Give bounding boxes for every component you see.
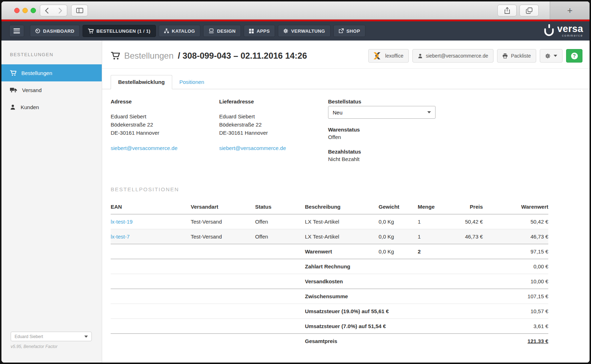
table-row: lx-test-7 Test-Versand Offen LX Test-Art… — [111, 229, 548, 244]
chevron-down-icon — [554, 55, 557, 57]
ean-link[interactable]: lx-test-7 — [111, 234, 130, 240]
user-icon — [10, 104, 16, 110]
printer-icon — [502, 53, 508, 59]
nav-apps[interactable]: APPS — [244, 25, 275, 37]
ean-link[interactable]: lx-test-19 — [111, 219, 133, 225]
page-title: Bestellungen / 308-099-043 – 02.11.2016 … — [111, 51, 307, 61]
tabs-icon — [526, 7, 533, 14]
shipping-address-label: Lieferadresse — [219, 98, 328, 105]
brand-subtitle: commerce — [562, 34, 583, 37]
col-status: Status — [255, 200, 305, 214]
col-versandart: Versandart — [191, 200, 255, 214]
summary-row-versandkosten: Versandkosten 10,00 € — [111, 274, 548, 289]
order-status-select[interactable]: Neu — [328, 106, 436, 119]
summary-row-gesamtpreis: Gesamtpreis 121.33 € — [111, 334, 548, 349]
breadcrumb: Bestellungen — [124, 51, 174, 61]
brand-name: versa — [557, 24, 583, 34]
address-city: DE-30161 Hannover — [111, 129, 219, 137]
chevron-right-icon — [58, 8, 62, 14]
shipping-street: Bödekerstraße 22 — [219, 121, 328, 129]
summary-row-zwischensumme: Zwischensumme 107,15 € — [111, 289, 548, 304]
address-street: Bödekerstraße 22 — [111, 121, 219, 129]
user-select[interactable]: Eduard Siebert — [11, 332, 92, 341]
customer-email-button[interactable]: siebert@versacommerce.de — [412, 49, 494, 63]
browser-window: + DASHBOARD BESTELLUNGEN (1 / 1) KATALOG… — [1, 1, 590, 363]
cart-icon — [88, 28, 94, 34]
payment-status-value: Nicht Bezahlt — [328, 156, 581, 162]
order-status-label: Bestellstatus — [328, 98, 581, 105]
table-header-row: EAN Versandart Status Beschreibung Gewic… — [111, 200, 548, 214]
sidebar-icon — [76, 8, 83, 13]
titlebar: + — [1, 1, 590, 20]
billing-address-block: Adresse Eduard Siebert Bödekerstraße 22 … — [111, 98, 219, 171]
summary-row-ust19: Umsatzsteuer (19.0%) auf 55,61 € 10,57 € — [111, 304, 548, 319]
goods-status-label: Warenstatus — [328, 127, 581, 133]
summary-row-zahlart: Zahlart Rechnung 0,00 € — [111, 259, 548, 274]
version-label: v5.95, Benefactor Factor — [11, 344, 92, 349]
goods-status-value: Offen — [328, 134, 581, 140]
address-email-link[interactable]: siebert@versacommerce.de — [111, 145, 178, 151]
laptop-icon — [209, 28, 214, 33]
nav-dashboard[interactable]: DASHBOARD — [30, 25, 80, 37]
summary-row-ust7: Umsatzsteuer (7.0%) auf 51,54 € 3,61 € — [111, 319, 548, 334]
sidebar: BESTELLUNGEN Bestellungen Versand Kunden… — [1, 41, 102, 363]
browser-forward-button[interactable] — [53, 5, 67, 16]
truck-icon — [10, 87, 17, 93]
col-beschreibung: Beschreibung — [305, 200, 379, 214]
gear-icon — [545, 53, 550, 59]
versa-u-icon — [543, 24, 555, 38]
col-preis: Preis — [443, 200, 483, 214]
col-gewicht: Gewicht — [379, 200, 418, 214]
grid-icon — [249, 29, 254, 33]
share-button[interactable] — [497, 5, 517, 16]
detail-tabs: Bestellabwicklung Positionen — [102, 75, 590, 89]
col-warenwert: Warenwert — [483, 200, 548, 214]
tab-positionen[interactable]: Positionen — [172, 75, 211, 89]
main-content: Bestellungen / 308-099-043 – 02.11.2016 … — [102, 41, 590, 363]
address-name: Eduard Siebert — [111, 112, 219, 121]
nav-katalog[interactable]: KATALOG — [159, 25, 200, 37]
nav-shop[interactable]: SHOP — [333, 25, 365, 37]
sitemap-icon — [164, 28, 169, 33]
window-zoom-button[interactable] — [31, 8, 36, 13]
sidebar-section-title: BESTELLUNGEN — [1, 41, 102, 64]
question-circle-icon: ? — [571, 53, 578, 59]
positions-table: EAN Versandart Status Beschreibung Gewic… — [111, 200, 548, 348]
chevron-left-icon — [45, 8, 49, 14]
dashboard-icon — [35, 28, 40, 33]
packliste-button[interactable]: Packliste — [497, 49, 536, 63]
nav-design[interactable]: DESIGN — [203, 25, 241, 37]
shipping-city: DE-30161 Hannover — [219, 129, 328, 137]
nav-bestellungen[interactable]: BESTELLUNGEN (1 / 1) — [83, 25, 156, 37]
share-icon — [504, 7, 510, 14]
col-menge: Menge — [418, 200, 443, 214]
user-icon — [418, 53, 423, 59]
menu-toggle-button[interactable] — [9, 25, 24, 37]
cart-icon — [111, 52, 120, 60]
plus-icon: + — [567, 5, 572, 16]
window-close-button[interactable] — [14, 8, 20, 13]
versacommerce-logo: versa commerce — [543, 24, 583, 38]
lexoffice-button[interactable]: lexoffice — [368, 49, 409, 63]
help-button[interactable]: ? — [566, 49, 582, 63]
tab-overview-button[interactable] — [519, 5, 539, 16]
external-link-icon — [339, 28, 344, 33]
browser-back-button[interactable] — [40, 5, 54, 16]
new-tab-button[interactable]: + — [550, 1, 590, 19]
payment-status-label: Bezahlstatus — [328, 149, 581, 155]
nav-verwaltung[interactable]: VERWALTUNG — [278, 25, 330, 37]
settings-dropdown-button[interactable] — [540, 49, 563, 63]
sidebar-item-versand[interactable]: Versand — [1, 81, 102, 98]
tab-bestellabwicklung[interactable]: Bestellabwicklung — [111, 75, 172, 89]
order-number-title: / 308-099-043 – 02.11.2016 14:26 — [178, 51, 307, 61]
sidebar-toggle-button[interactable] — [71, 5, 88, 16]
sidebar-item-kunden[interactable]: Kunden — [1, 98, 102, 116]
chevron-down-icon — [427, 111, 431, 113]
gear-icon — [283, 28, 288, 33]
shipping-email-link[interactable]: siebert@versacommerce.de — [219, 145, 286, 151]
window-minimize-button[interactable] — [22, 8, 28, 13]
shipping-address-block: Lieferadresse Eduard Siebert Bödekerstra… — [219, 98, 328, 171]
sidebar-item-bestellungen[interactable]: Bestellungen — [1, 64, 102, 81]
shipping-name: Eduard Siebert — [219, 112, 328, 121]
status-block: Bestellstatus Neu Warenstatus Offen Beza… — [328, 98, 581, 171]
